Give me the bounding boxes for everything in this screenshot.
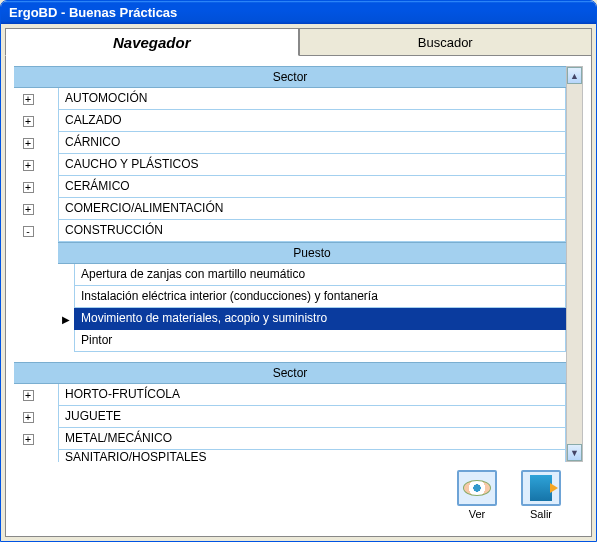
plus-icon[interactable]: +: [23, 182, 34, 193]
titlebar: ErgoBD - Buenas Prácticas: [1, 1, 596, 24]
sector-label: CAUCHO Y PLÁSTICOS: [58, 154, 566, 176]
sector-label: AUTOMOCIÓN: [58, 88, 566, 110]
header-puesto: Puesto: [58, 242, 566, 264]
indicator-cell: [42, 450, 58, 462]
button-bar: Ver Salir: [14, 462, 583, 530]
minus-icon[interactable]: -: [23, 226, 34, 237]
exit-door-icon: [521, 470, 561, 506]
table-row[interactable]: + HORTO-FRUTÍCOLA: [14, 384, 566, 406]
ver-label: Ver: [469, 508, 486, 520]
table-row[interactable]: + AUTOMOCIÓN: [14, 88, 566, 110]
header-sector-bottom: Sector: [14, 362, 566, 384]
tree-wrap: Sector + AUTOMOCIÓN + CALZADO + C: [14, 66, 583, 462]
window-title: ErgoBD - Buenas Prácticas: [9, 5, 177, 20]
indent: [14, 308, 58, 330]
puesto-label: Apertura de zanjas con martillo neumátic…: [74, 264, 566, 286]
indicator-cell: [42, 428, 58, 450]
ver-button[interactable]: Ver: [451, 470, 503, 520]
puesto-label: Instalación eléctrica interior (conducci…: [74, 286, 566, 308]
content-area: Navegador Buscador Sector + AUTOMOCIÓN +…: [5, 28, 592, 537]
expand-cell[interactable]: +: [14, 132, 42, 154]
puesto-label: Movimiento de materiales, acopio y sumin…: [74, 308, 566, 330]
table-row[interactable]: + COMERCIO/ALIMENTACIÓN: [14, 198, 566, 220]
sector-label: CÁRNICO: [58, 132, 566, 154]
list-item[interactable]: Pintor: [14, 330, 566, 352]
expand-cell[interactable]: +: [14, 198, 42, 220]
expand-cell[interactable]: +: [14, 406, 42, 428]
scrollbar[interactable]: ▲ ▼: [566, 66, 583, 462]
indicator-cell: [42, 406, 58, 428]
indicator-cell: [42, 198, 58, 220]
list-item[interactable]: ▶ Movimiento de materiales, acopio y sum…: [14, 308, 566, 330]
indicator-cell: [42, 88, 58, 110]
expand-cell[interactable]: +: [14, 154, 42, 176]
chevron-down-icon: ▼: [570, 448, 579, 458]
salir-label: Salir: [530, 508, 552, 520]
indicator-cell: [42, 110, 58, 132]
plus-icon[interactable]: +: [23, 434, 34, 445]
expand-cell[interactable]: +: [14, 384, 42, 406]
scroll-track[interactable]: [567, 84, 582, 444]
expand-cell[interactable]: +: [14, 110, 42, 132]
table-row[interactable]: + CÁRNICO: [14, 132, 566, 154]
list-item[interactable]: Instalación eléctrica interior (conducci…: [14, 286, 566, 308]
sector-label: CONSTRUCCIÓN: [58, 220, 566, 242]
sector-label: HORTO-FRUTÍCOLA: [58, 384, 566, 406]
plus-icon[interactable]: +: [23, 390, 34, 401]
sector-label: CERÁMICO: [58, 176, 566, 198]
header-sector-top: Sector: [14, 66, 566, 88]
expand-cell[interactable]: +: [14, 176, 42, 198]
plus-icon[interactable]: +: [23, 160, 34, 171]
scroll-up-button[interactable]: ▲: [567, 67, 582, 84]
expand-cell: [14, 450, 42, 462]
plus-icon[interactable]: +: [23, 412, 34, 423]
table-row[interactable]: + JUGUETE: [14, 406, 566, 428]
tab-buscador-label: Buscador: [418, 35, 473, 50]
indent: [14, 330, 58, 352]
sector-label: METAL/MECÁNICO: [58, 428, 566, 450]
table-row[interactable]: + CERÁMICO: [14, 176, 566, 198]
sector-label: JUGUETE: [58, 406, 566, 428]
plus-icon[interactable]: +: [23, 94, 34, 105]
header-sector-top-label: Sector: [273, 70, 308, 84]
indicator-cell: [58, 330, 74, 352]
plus-icon[interactable]: +: [23, 138, 34, 149]
expand-cell[interactable]: +: [14, 88, 42, 110]
indicator-cell: [58, 264, 74, 286]
tab-navegador[interactable]: Navegador: [5, 28, 299, 56]
indent: [14, 286, 58, 308]
scroll-down-button[interactable]: ▼: [567, 444, 582, 461]
sector-label: SANITARIO/HOSPITALES: [58, 450, 566, 462]
chevron-up-icon: ▲: [570, 71, 579, 81]
header-puesto-label: Puesto: [293, 246, 330, 260]
plus-icon[interactable]: +: [23, 116, 34, 127]
indicator-cell: [42, 220, 58, 242]
sector-label: COMERCIO/ALIMENTACIÓN: [58, 198, 566, 220]
table-row[interactable]: + CAUCHO Y PLÁSTICOS: [14, 154, 566, 176]
salir-button[interactable]: Salir: [515, 470, 567, 520]
table-row[interactable]: - CONSTRUCCIÓN: [14, 220, 566, 242]
indicator-cell: [42, 132, 58, 154]
table-row[interactable]: + CALZADO: [14, 110, 566, 132]
plus-icon[interactable]: +: [23, 204, 34, 215]
table-row[interactable]: + METAL/MECÁNICO: [14, 428, 566, 450]
table-row[interactable]: SANITARIO/HOSPITALES: [14, 450, 566, 462]
puesto-label: Pintor: [74, 330, 566, 352]
expand-cell[interactable]: -: [14, 220, 42, 242]
tab-navegador-label: Navegador: [113, 34, 191, 51]
header-sector-bottom-label: Sector: [273, 366, 308, 380]
current-row-arrow-icon: ▶: [62, 314, 70, 325]
indent: [14, 264, 58, 286]
list-item[interactable]: Apertura de zanjas con martillo neumátic…: [14, 264, 566, 286]
indicator-cell: [42, 384, 58, 406]
window: ErgoBD - Buenas Prácticas Navegador Busc…: [0, 0, 597, 542]
indicator-cell: [58, 286, 74, 308]
tab-body: Sector + AUTOMOCIÓN + CALZADO + C: [5, 56, 592, 537]
tree[interactable]: Sector + AUTOMOCIÓN + CALZADO + C: [14, 66, 566, 462]
tabstrip: Navegador Buscador: [5, 28, 592, 56]
tab-buscador[interactable]: Buscador: [299, 28, 593, 56]
sector-label: CALZADO: [58, 110, 566, 132]
indicator-cell: [42, 176, 58, 198]
expand-cell[interactable]: +: [14, 428, 42, 450]
indicator-cell: [42, 154, 58, 176]
